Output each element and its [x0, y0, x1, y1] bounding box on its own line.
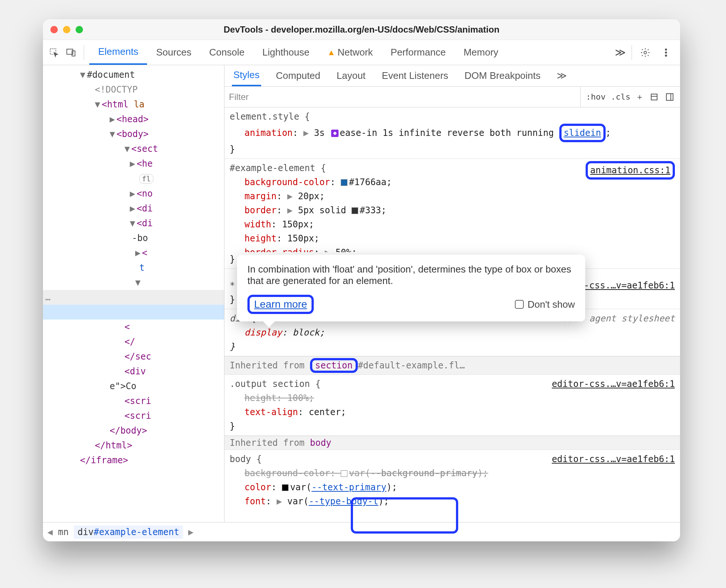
svg-rect-8	[666, 94, 673, 100]
tab-lighthouse[interactable]: Lighthouse	[253, 40, 318, 65]
tab-performance[interactable]: Performance	[382, 40, 455, 65]
tab-console[interactable]: Console	[200, 40, 253, 65]
rule-element-style[interactable]: element.style { animation: ▶ 3s ease-in …	[224, 107, 680, 159]
styles-subtabs: Styles Computed Layout Event Listeners D…	[224, 65, 680, 87]
svg-point-5	[665, 52, 667, 53]
divider	[84, 45, 84, 60]
settings-icon[interactable]	[638, 45, 653, 60]
tooltip-text: In combination with 'float' and 'positio…	[247, 264, 575, 287]
subtabs-overflow-icon[interactable]: ≫	[555, 65, 568, 86]
crumb-right-icon[interactable]: ▶	[188, 527, 193, 537]
subtab-layout[interactable]: Layout	[335, 65, 367, 86]
breadcrumb[interactable]: ◀ mn div#example-element ▶	[43, 522, 680, 541]
maximize-window-button[interactable]	[76, 26, 83, 33]
close-window-button[interactable]	[50, 26, 58, 33]
panel-dock-icon[interactable]	[665, 92, 675, 102]
learn-more-link[interactable]: Learn more	[247, 295, 314, 314]
svg-point-6	[665, 55, 667, 56]
tab-elements[interactable]: Elements	[89, 40, 147, 65]
hov-toggle[interactable]: :hov	[586, 92, 606, 101]
filter-row: :hov .cls ＋	[224, 87, 680, 107]
divider	[632, 45, 632, 60]
annotation-highlight: slidein	[559, 124, 606, 142]
filter-input[interactable]	[224, 87, 581, 107]
crumb-current[interactable]: div#example-element	[74, 525, 183, 539]
subtab-computed[interactable]: Computed	[274, 65, 322, 86]
inherited-from-section: Inherited from section#default-example.f…	[224, 356, 680, 375]
computed-toggle-icon[interactable]	[649, 92, 659, 102]
subtab-event-listeners[interactable]: Event Listeners	[380, 65, 450, 86]
main-tabs: Elements Sources Console Lighthouse ▲Net…	[89, 40, 613, 65]
source-link[interactable]: editor-css.…v=ae1feb6:1	[552, 452, 675, 466]
warning-icon: ▲	[327, 48, 335, 57]
subtab-styles[interactable]: Styles	[232, 65, 261, 86]
device-toggle-icon[interactable]	[64, 45, 79, 60]
titlebar: DevTools - developer.mozilla.org/en-US/d…	[43, 19, 680, 40]
svg-rect-2	[72, 51, 75, 56]
svg-point-4	[665, 49, 667, 50]
cls-toggle[interactable]: .cls	[611, 92, 630, 101]
tabs-overflow-icon[interactable]: ≫	[615, 46, 626, 59]
dont-show-checkbox[interactable]: Don't show	[515, 299, 575, 310]
window-controls	[50, 26, 83, 33]
rule-body[interactable]: editor-css.…v=ae1feb6:1 body { backgroun…	[224, 450, 680, 511]
svg-rect-7	[651, 94, 657, 100]
easing-icon[interactable]	[331, 130, 339, 137]
rule-output-section[interactable]: editor-css.…v=ae1feb6:1 .output section …	[224, 375, 680, 436]
minimize-window-button[interactable]	[63, 26, 70, 33]
window-title: DevTools - developer.mozilla.org/en-US/d…	[43, 24, 680, 35]
main-toolbar: Elements Sources Console Lighthouse ▲Net…	[43, 40, 680, 65]
animation-name-link[interactable]: slidein	[564, 128, 601, 138]
dom-tree-panel[interactable]: ▼#document <!DOCTYP ▼<html la ▶<head> ▼<…	[43, 65, 224, 522]
crumb-item[interactable]: mn	[58, 527, 69, 537]
new-rule-button[interactable]: ＋	[636, 91, 644, 103]
tab-sources[interactable]: Sources	[147, 40, 200, 65]
property-tooltip: In combination with 'float' and 'positio…	[237, 255, 585, 321]
source-link[interactable]: editor-css.…v=ae1feb6:1	[552, 377, 675, 391]
selected-dom-node[interactable]	[43, 305, 224, 320]
tab-network[interactable]: ▲Network	[318, 40, 382, 65]
source-link[interactable]: animation.css:1	[586, 161, 675, 180]
rule-example-element[interactable]: animation.css:1 #example-element { backg…	[224, 159, 680, 269]
inspect-icon[interactable]	[47, 45, 61, 60]
checkbox-icon[interactable]	[515, 300, 524, 309]
svg-point-3	[644, 51, 647, 54]
tab-memory[interactable]: Memory	[454, 40, 507, 65]
subtab-dom-breakpoints[interactable]: DOM Breakpoints	[463, 65, 542, 86]
inherited-from-body: Inherited from body	[224, 436, 680, 450]
crumb-left-icon[interactable]: ◀	[47, 527, 53, 537]
kebab-menu-icon[interactable]	[659, 45, 673, 60]
